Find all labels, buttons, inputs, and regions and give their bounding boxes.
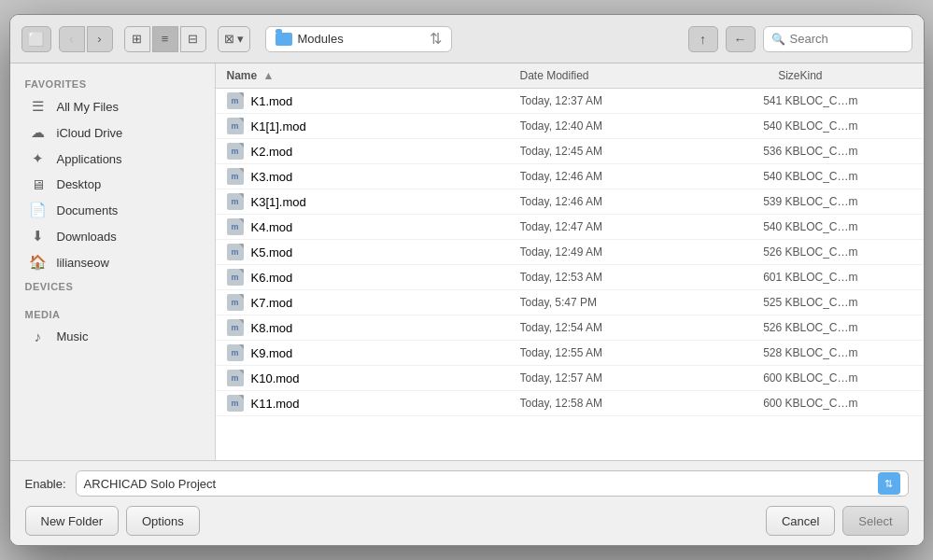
share-button[interactable]: ↑ (688, 26, 718, 52)
select-button[interactable]: Select (842, 506, 908, 536)
enable-select[interactable]: ARCHICAD Solo Project ⇅ (76, 470, 909, 497)
file-icon: m (227, 193, 244, 210)
sidebar-item-applications[interactable]: ✦ Applications (14, 146, 211, 172)
file-name: K11.mod (251, 397, 300, 411)
file-kind: LOC_C…m (800, 119, 912, 133)
table-row[interactable]: m K1[1].mod Today, 12:40 AM 540 KB LOC_C… (216, 114, 924, 139)
sidebar-item-icloud-drive[interactable]: ☁ iCloud Drive (14, 119, 211, 146)
sidebar-item-label: Applications (57, 152, 122, 166)
devices-header: Devices (10, 275, 215, 296)
file-icon: m (227, 118, 244, 134)
sidebar-item-documents[interactable]: 📄 Documents (14, 197, 211, 223)
file-date: Today, 12:49 AM (520, 245, 707, 259)
folder-spinner-icon: ⇅ (430, 30, 442, 48)
search-box[interactable]: 🔍 (763, 26, 912, 52)
file-kind: LOC_C…m (800, 220, 912, 233)
file-name-cell: m K3.mod (227, 168, 520, 185)
table-row[interactable]: m K7.mod Today, 5:47 PM 525 KB LOC_C…m (216, 290, 924, 315)
media-header: Media (10, 303, 215, 324)
options-button[interactable]: Options (126, 506, 200, 536)
sidebar-item-label: iCloud Drive (57, 126, 123, 140)
button-row: New Folder Options Cancel Select (25, 506, 909, 536)
file-kind: LOC_C…m (800, 195, 912, 208)
file-size: 540 KB (707, 220, 800, 233)
view-grid-icon: ⊠ (224, 32, 234, 46)
view-grid-button[interactable]: ⊠ ▾ (218, 26, 250, 52)
sidebar-item-lilianseow[interactable]: 🏠 lilianseow (14, 249, 211, 275)
table-row[interactable]: m K3[1].mod Today, 12:46 AM 539 KB LOC_C… (216, 189, 924, 215)
table-row[interactable]: m K9.mod Today, 12:55 AM 528 KB LOC_C…m (216, 341, 924, 366)
file-icon: m (227, 244, 244, 260)
cancel-button[interactable]: Cancel (766, 506, 835, 536)
header-size[interactable]: Size (707, 69, 800, 82)
header-kind[interactable]: Kind (800, 69, 912, 82)
table-row[interactable]: m K10.mod Today, 12:57 AM 600 KB LOC_C…m (216, 366, 924, 391)
file-kind: LOC_C…m (800, 271, 912, 284)
file-name: K2.mod (251, 145, 293, 159)
file-name-cell: m K3[1].mod (227, 193, 520, 210)
music-icon: ♪ (29, 329, 48, 344)
table-row[interactable]: m K1.mod Today, 12:37 AM 541 KB LOC_C…m (216, 89, 924, 114)
file-name-cell: m K8.mod (227, 319, 520, 336)
sidebar-toggle-button[interactable]: ⬜ (21, 26, 51, 52)
file-date: Today, 12:46 AM (520, 170, 707, 183)
table-row[interactable]: m K5.mod Today, 12:49 AM 526 KB LOC_C…m (216, 240, 924, 265)
folder-color-icon (276, 33, 292, 46)
file-kind: LOC_C…m (800, 296, 912, 309)
sidebar-item-downloads[interactable]: ⬇ Downloads (14, 223, 211, 249)
new-folder-button[interactable]: New Folder (25, 506, 119, 536)
view-column-button[interactable]: ⊟ (180, 26, 206, 52)
table-row[interactable]: m K4.mod Today, 12:47 AM 540 KB LOC_C…m (216, 215, 924, 240)
search-input[interactable] (790, 32, 904, 46)
sidebar-toggle-icon: ⬜ (28, 32, 44, 47)
file-date: Today, 12:55 AM (520, 346, 707, 359)
nav-forward-button[interactable]: › (87, 26, 113, 52)
toolbar: ⬜ ‹ › ⊞ ≡ ⊟ ⊠ ▾ (10, 15, 924, 63)
file-name: K8.mod (251, 321, 293, 335)
file-name: K10.mod (251, 371, 300, 385)
table-row[interactable]: m K3.mod Today, 12:46 AM 540 KB LOC_C…m (216, 164, 924, 189)
file-kind: LOC_C…m (800, 170, 912, 183)
file-list-header: Name ▲ Date Modified Size Kind (216, 63, 924, 89)
file-date: Today, 12:45 AM (520, 145, 707, 158)
file-name-cell: m K11.mod (227, 395, 520, 412)
file-size: 525 KB (707, 296, 800, 309)
share-icon: ↑ (700, 32, 706, 47)
file-name: K4.mod (251, 220, 293, 234)
view-mode-buttons: ⊞ ≡ ⊟ (124, 26, 206, 52)
view-list-icon: ≡ (162, 32, 169, 46)
nav-back-button[interactable]: ‹ (59, 26, 85, 52)
header-name[interactable]: Name ▲ (227, 69, 520, 82)
file-size: 541 KB (707, 94, 800, 107)
file-name: K9.mod (251, 346, 293, 360)
file-date: Today, 12:40 AM (520, 119, 707, 133)
eject-button[interactable]: ← (726, 26, 756, 52)
folder-selector[interactable]: Modules ⇅ (265, 26, 452, 52)
file-icon: m (227, 319, 244, 336)
table-row[interactable]: m K2.mod Today, 12:45 AM 536 KB LOC_C…m (216, 139, 924, 164)
sidebar-item-label: lilianseow (57, 256, 109, 270)
file-icon: m (227, 168, 244, 185)
table-row[interactable]: m K11.mod Today, 12:58 AM 600 KB LOC_C…m (216, 391, 924, 416)
file-name-cell: m K2.mod (227, 143, 520, 160)
view-icon-button[interactable]: ⊞ (124, 26, 150, 52)
file-name: K3.mod (251, 170, 293, 184)
table-row[interactable]: m K6.mod Today, 12:53 AM 601 KB LOC_C…m (216, 265, 924, 290)
nav-buttons: ‹ › (59, 26, 113, 52)
file-icon: m (227, 395, 244, 412)
sidebar-item-music[interactable]: ♪ Music (14, 324, 211, 349)
file-icon: m (227, 370, 244, 386)
file-kind: LOC_C…m (800, 321, 912, 334)
header-date-modified[interactable]: Date Modified (520, 69, 707, 82)
search-icon: 🔍 (771, 33, 785, 46)
file-size: 601 KB (707, 271, 800, 284)
file-icon: m (227, 269, 244, 286)
file-name-cell: m K1[1].mod (227, 118, 520, 134)
file-size: 540 KB (707, 170, 800, 183)
sidebar-item-desktop[interactable]: 🖥 Desktop (14, 172, 211, 197)
table-row[interactable]: m K8.mod Today, 12:54 AM 526 KB LOC_C…m (216, 315, 924, 341)
eject-icon: ← (734, 32, 747, 47)
sidebar-item-all-my-files[interactable]: ☰ All My Files (14, 93, 211, 119)
view-list-button[interactable]: ≡ (152, 26, 178, 52)
file-date: Today, 12:54 AM (520, 321, 707, 334)
